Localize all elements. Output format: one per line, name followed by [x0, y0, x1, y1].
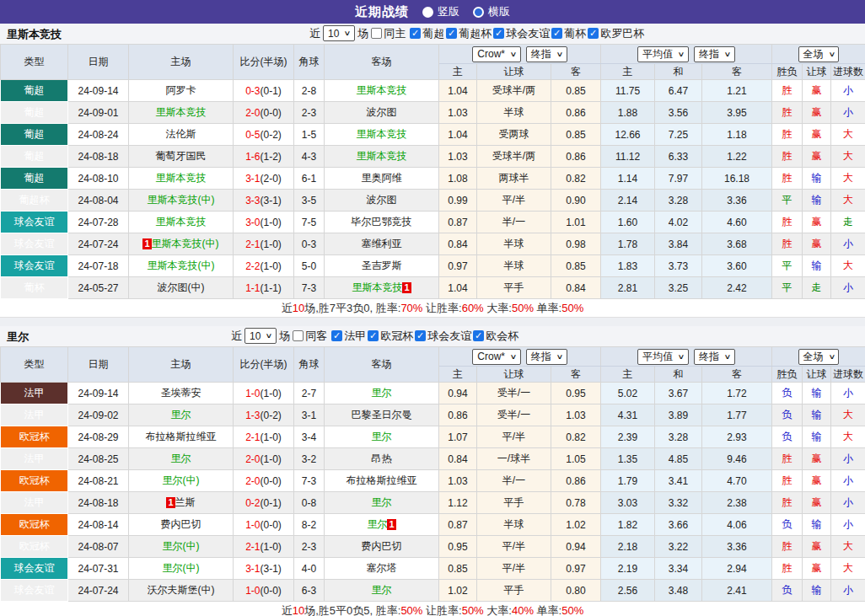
home-team-link[interactable]: 圣埃蒂安: [161, 387, 201, 399]
result-goals: 小: [831, 492, 865, 514]
away-team-link[interactable]: 布拉格斯拉维亚: [347, 474, 417, 486]
away-team-link[interactable]: 里尔: [372, 387, 392, 399]
away-team-link[interactable]: 波尔图: [367, 106, 397, 118]
league-filter-checkbox[interactable]: 球会友谊: [415, 329, 471, 344]
layout-radio-horizontal[interactable]: 横版: [473, 4, 510, 19]
average-odds-select[interactable]: 平均值∨: [637, 46, 689, 62]
result-wdl: 胜: [772, 212, 803, 233]
crow-odds-select[interactable]: Crow*∨: [472, 349, 521, 365]
league-filter-checkbox[interactable]: 欧罗巴杯: [588, 26, 644, 41]
league-type-cell: 葡超: [1, 102, 68, 124]
league-filter-checkbox[interactable]: 欧会杯: [473, 329, 518, 344]
away-team-link[interactable]: 里斯本竞技: [357, 84, 407, 96]
away-team-link[interactable]: 塞尔塔: [367, 562, 397, 574]
match-row: 球会友谊24-07-24沃尔夫斯堡(中)1-0(0-0)6-3里尔1.02平手0…: [1, 580, 865, 602]
recent-count-select[interactable]: 10∨: [323, 25, 355, 41]
matches-table: 类型 日期 主场 比分(半场) 角球 客场 Crow*∨ 终指∨ 平均值∨ 终指…: [0, 44, 865, 299]
match-date: 24-09-01: [68, 102, 129, 124]
same-venue-checkbox[interactable]: 同客: [293, 329, 327, 344]
avg-draw-odds: 3.28: [655, 190, 702, 212]
fulltime-score: 1-3: [245, 410, 260, 421]
col-header-crow-handicap: 让球: [477, 367, 551, 383]
league-filter-checkbox[interactable]: 法甲: [331, 329, 366, 344]
fullmatch-select[interactable]: 全场∨: [798, 46, 840, 62]
result-wdl-value: 胜: [782, 496, 792, 508]
avg-home-odds: 2.81: [601, 277, 655, 299]
away-team-link[interactable]: 昂热: [372, 453, 392, 464]
league-type-cell: 葡超: [1, 80, 68, 102]
away-team-link[interactable]: 费内巴切: [362, 540, 402, 552]
home-team-link[interactable]: 里斯本竞技(中): [148, 260, 215, 271]
away-team-link[interactable]: 里斯本竞技: [357, 128, 407, 140]
home-team-link[interactable]: 里尔(中): [163, 540, 200, 552]
fulltime-score: 2-0: [245, 107, 260, 119]
away-team-link[interactable]: 塞维利亚: [362, 238, 402, 249]
average-final-select[interactable]: 终指∨: [694, 46, 735, 62]
away-team-link[interactable]: 里尔: [372, 584, 392, 596]
away-team-link[interactable]: 里斯本竞技: [357, 150, 407, 162]
home-team-link[interactable]: 里斯本竞技(中): [152, 238, 219, 249]
result-handicap-value: 赢: [812, 496, 822, 508]
crow-odds-select[interactable]: Crow*∨: [472, 46, 521, 62]
home-team-link[interactable]: 里斯本竞技: [156, 106, 207, 118]
home-team-link[interactable]: 里尔(中): [163, 562, 200, 574]
fullmatch-select[interactable]: 全场∨: [798, 349, 840, 365]
home-team-link[interactable]: 布拉格斯拉维亚: [146, 431, 217, 442]
home-team-link[interactable]: 阿罗卡: [166, 84, 196, 96]
fulltime-score: 2-1: [245, 431, 260, 443]
result-handicap-value: 输: [812, 387, 822, 399]
avg-home-odds: 2.39: [601, 426, 655, 448]
radio-vertical-label: 竖版: [438, 4, 459, 19]
col-header-home: 主场: [129, 45, 234, 80]
average-final-select[interactable]: 终指∨: [694, 349, 735, 365]
away-team-link[interactable]: 毕尔巴鄂竞技: [352, 216, 412, 228]
away-team-link[interactable]: 里奥阿维: [362, 172, 402, 184]
home-team-link[interactable]: 法伦斯: [166, 128, 196, 140]
crow-final-select[interactable]: 终指∨: [526, 349, 567, 365]
away-team-link[interactable]: 巴黎圣日尔曼: [352, 409, 412, 420]
crow-home-odds: 1.02: [439, 580, 477, 602]
home-team-link[interactable]: 兰斯: [175, 496, 196, 508]
result-wdl: 胜: [772, 536, 803, 558]
league-filter-checkbox[interactable]: 欧冠杯: [368, 329, 413, 344]
match-row: 葡超24-09-01里斯本竞技2-0(0-0)2-3波尔图1.03半球0.861…: [1, 102, 865, 124]
recent-count-select[interactable]: 10∨: [244, 328, 277, 344]
crow-home-odds: 1.04: [439, 277, 477, 299]
home-team-link[interactable]: 里尔(中): [163, 474, 200, 486]
crow-handicap: 受两球: [477, 124, 551, 146]
result-goals-value: 大: [843, 194, 853, 206]
crow-final-select[interactable]: 终指∨: [526, 46, 567, 62]
away-team-link[interactable]: 里尔: [372, 431, 392, 442]
league-filter-checkbox[interactable]: 葡超: [410, 26, 444, 41]
same-venue-checkbox[interactable]: 同主: [371, 26, 406, 41]
home-team-link[interactable]: 葡萄牙国民: [156, 150, 207, 162]
league-filter-group: 葡超葡超杯球会友谊葡杯欧罗巴杯: [410, 26, 646, 41]
match-score: 3-0(1-0): [234, 212, 294, 233]
home-team-link[interactable]: 里尔: [171, 453, 191, 464]
away-team-link[interactable]: 圣吉罗斯: [362, 260, 402, 271]
result-wdl-value: 胜: [782, 453, 792, 464]
halftime-score: (0-2): [261, 410, 282, 421]
league-filter-checkbox[interactable]: 葡杯: [551, 26, 586, 41]
summary-segment: 70%: [400, 302, 422, 314]
home-team-link[interactable]: 费内巴切: [161, 518, 201, 530]
away-team-link[interactable]: 波尔图: [367, 194, 397, 206]
avg-home-odds: 1.82: [601, 514, 655, 536]
league-filter-checkbox[interactable]: 葡超杯: [446, 26, 492, 41]
result-goals: 大: [831, 558, 865, 580]
home-team-link[interactable]: 波尔图(中): [158, 281, 205, 293]
away-team-link[interactable]: 里尔: [367, 518, 387, 530]
average-odds-select[interactable]: 平均值∨: [637, 349, 689, 365]
col-header-away: 客场: [325, 45, 439, 80]
checkbox-checked-icon: [493, 28, 504, 39]
home-team-link[interactable]: 里斯本竞技(中): [148, 194, 215, 206]
recent-count-value: 10: [250, 330, 261, 342]
league-filter-checkbox[interactable]: 球会友谊: [493, 26, 550, 41]
home-team-link[interactable]: 里斯本竞技: [156, 172, 207, 184]
home-team-link[interactable]: 沃尔夫斯堡(中): [148, 584, 215, 596]
away-team-link[interactable]: 里尔: [372, 496, 392, 508]
home-team-link[interactable]: 里斯本竞技: [156, 216, 207, 228]
away-team-link[interactable]: 里斯本竞技: [352, 281, 402, 293]
home-team-link[interactable]: 里尔: [171, 409, 191, 420]
layout-radio-vertical[interactable]: 竖版: [422, 4, 459, 19]
